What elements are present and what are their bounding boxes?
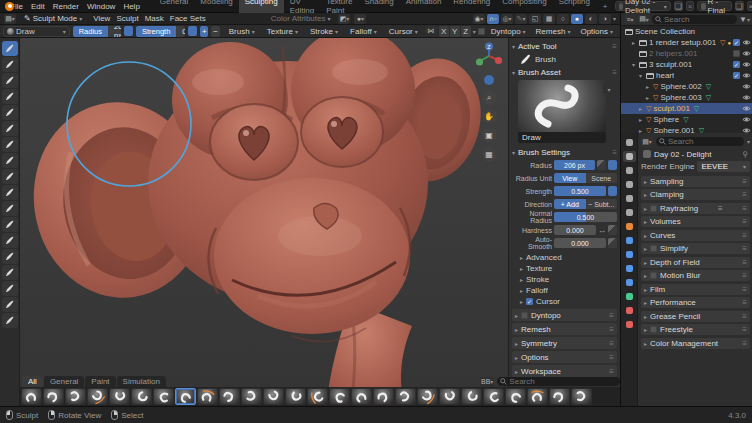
shading-dropdown-icon[interactable]: ▾: [613, 15, 616, 22]
transform-pivot-icon[interactable]: ◉▾: [473, 14, 485, 24]
symmetry-x-toggle[interactable]: X: [439, 26, 449, 37]
eye-icon[interactable]: [742, 82, 751, 91]
tool-multiplane-scrape-icon[interactable]: [2, 217, 18, 232]
menu-edit[interactable]: Edit: [27, 2, 49, 11]
radius-field[interactable]: 206 px: [554, 160, 595, 170]
proportional-edit-icon[interactable]: ◎▾: [501, 14, 513, 24]
brush-thumbnail-25[interactable]: [571, 388, 592, 405]
color-picker-icon[interactable]: ◩▾: [338, 14, 350, 24]
brush-thumbnail-6[interactable]: [153, 388, 174, 405]
brush-thumbnail-2[interactable]: [65, 388, 86, 405]
tool-scrape-icon[interactable]: [2, 201, 18, 216]
options-dropdown[interactable]: Options▾: [576, 27, 617, 36]
brush-thumbnail-22[interactable]: [505, 388, 526, 405]
tool-blob-icon[interactable]: [2, 137, 18, 152]
direction-option[interactable]: + Add: [554, 199, 586, 209]
brush-asset-dropdown[interactable]: ▾: [603, 84, 615, 94]
brush-settings-panel-header[interactable]: ▾Brush Settings≡: [512, 146, 617, 158]
properties-panel-curves[interactable]: ▸Curves≡: [641, 230, 750, 241]
panel-symmetry[interactable]: ▸Symmetry≡: [512, 337, 617, 349]
outliner-row-heart[interactable]: ▾heart✓: [621, 70, 752, 81]
remesh-dropdown[interactable]: Remesh▾: [532, 27, 575, 36]
show-overlays-icon[interactable]: ▦: [543, 14, 555, 24]
brush-thumbnail-10[interactable]: [241, 388, 262, 405]
tool-inflate-icon[interactable]: [2, 121, 18, 136]
properties-tab-object[interactable]: [623, 221, 636, 232]
auto-smooth-field[interactable]: 0.000: [554, 238, 606, 248]
brush-asset-preview[interactable]: [518, 80, 606, 132]
tool-draw-icon[interactable]: [2, 41, 18, 56]
tool-annotate-icon[interactable]: [2, 313, 18, 328]
brush-thumbnail-3[interactable]: [87, 388, 108, 405]
scene-selector[interactable]: Day 02 - Delight ▾: [615, 1, 671, 11]
brush-thumbnail-17[interactable]: [395, 388, 416, 405]
properties-tab-render[interactable]: [623, 151, 636, 162]
cursor-dropdown[interactable]: Cursor▾: [385, 27, 422, 36]
tool-transform-icon[interactable]: [2, 297, 18, 312]
shading-wireframe-icon[interactable]: ○: [557, 14, 569, 24]
dyntopo-checkbox[interactable]: [478, 28, 485, 35]
eye-icon[interactable]: [742, 93, 751, 102]
brush-thumbnail-0[interactable]: [21, 388, 42, 405]
properties-panel-performance[interactable]: ▸Performance≡: [641, 297, 750, 308]
radius-slider[interactable]: Radius 206 px: [73, 26, 121, 37]
brush-thumbnail-15[interactable]: [351, 388, 372, 405]
properties-tab-material[interactable]: [623, 305, 636, 316]
tool-snake-hook-icon[interactable]: [2, 249, 18, 264]
brush-asset-panel-header[interactable]: ▾Brush Asset≡: [512, 66, 617, 78]
viewport-3d[interactable]: [20, 38, 508, 406]
brush-thumbnail-21[interactable]: [483, 388, 504, 405]
palette-icon[interactable]: ●▾: [354, 14, 366, 24]
auto-smooth-pressure-toggle[interactable]: [608, 238, 617, 248]
properties-tab-particles[interactable]: [623, 249, 636, 260]
tool-layer-icon[interactable]: [2, 105, 18, 120]
menu-help[interactable]: Help: [119, 2, 143, 11]
properties-search-input[interactable]: Search: [656, 137, 744, 146]
properties-panel-color-management[interactable]: ▸Color Management≡: [641, 338, 750, 349]
outliner-search-input[interactable]: Search: [652, 15, 737, 24]
properties-panel-grease-pencil[interactable]: ▸Grease Pencil≡: [641, 311, 750, 322]
properties-panel-sampling[interactable]: ▸Sampling≡: [641, 176, 750, 187]
hardness-field[interactable]: 0.000: [554, 225, 596, 235]
hardness-pressure-toggle[interactable]: [608, 225, 617, 235]
texture-dropdown[interactable]: Texture▾: [263, 27, 302, 36]
shelf-tab-all[interactable]: All: [22, 376, 43, 387]
mode-selector[interactable]: ✎ Sculpt Mode ▾: [20, 14, 86, 23]
viewport-menu-mask[interactable]: Mask: [142, 14, 167, 23]
subpanel-stroke[interactable]: ▸Stroke: [512, 274, 617, 285]
stroke-dropdown[interactable]: Stroke▾: [306, 27, 342, 36]
brush-thumbnail-9[interactable]: [219, 388, 240, 405]
active-tool-brush[interactable]: Brush: [512, 52, 617, 66]
delete-scene-button[interactable]: ×: [686, 1, 694, 11]
properties-panel-freestyle[interactable]: ▸Freestyle≡: [641, 324, 750, 335]
filter-funnel-icon[interactable]: ▼▾: [739, 15, 750, 24]
properties-tab-world[interactable]: [623, 207, 636, 218]
active-tool-panel-header[interactable]: ▾Active Tool≡: [512, 40, 617, 52]
brush-thumbnail-23[interactable]: [527, 388, 548, 405]
panel-dyntopo[interactable]: ▸Dyntopo≡: [512, 309, 617, 321]
shading-solid-icon[interactable]: ●: [571, 14, 583, 24]
tool-crease-icon[interactable]: [2, 153, 18, 168]
brush-thumbnail-18[interactable]: [417, 388, 438, 405]
shelf-display-button[interactable]: BB▾: [480, 377, 494, 387]
tool-pose-icon[interactable]: [2, 281, 18, 296]
orthographic-toggle-icon[interactable]: ▦: [482, 147, 497, 162]
subpanel-advanced[interactable]: ▸Advanced: [512, 252, 617, 263]
strength-pressure-toggle[interactable]: [188, 26, 197, 36]
snap-magnet-icon[interactable]: ∩▾: [487, 14, 499, 24]
dyntopo-dropdown[interactable]: Dyntopo▾: [487, 27, 530, 36]
shading-material-icon[interactable]: ◐: [585, 14, 597, 24]
eye-icon[interactable]: [742, 71, 751, 80]
show-gizmo-icon[interactable]: ◱: [529, 14, 541, 24]
brush-selector[interactable]: Draw ▾: [3, 26, 70, 37]
radius-pressure-toggle[interactable]: [124, 26, 133, 36]
strength-pressure-toggle-sidebar[interactable]: [608, 186, 617, 196]
properties-tab-data[interactable]: [623, 291, 636, 302]
properties-editor-type-icon[interactable]: ▤▾: [641, 137, 653, 147]
shading-rendered-icon[interactable]: ◑: [599, 14, 611, 24]
brush-thumbnail-13[interactable]: [307, 388, 328, 405]
radius-animate-toggle[interactable]: [597, 160, 606, 170]
properties-tab-scene[interactable]: [623, 193, 636, 204]
brush-thumbnail-8[interactable]: [197, 388, 218, 405]
symmetry-icon[interactable]: ⋈: [425, 26, 437, 36]
